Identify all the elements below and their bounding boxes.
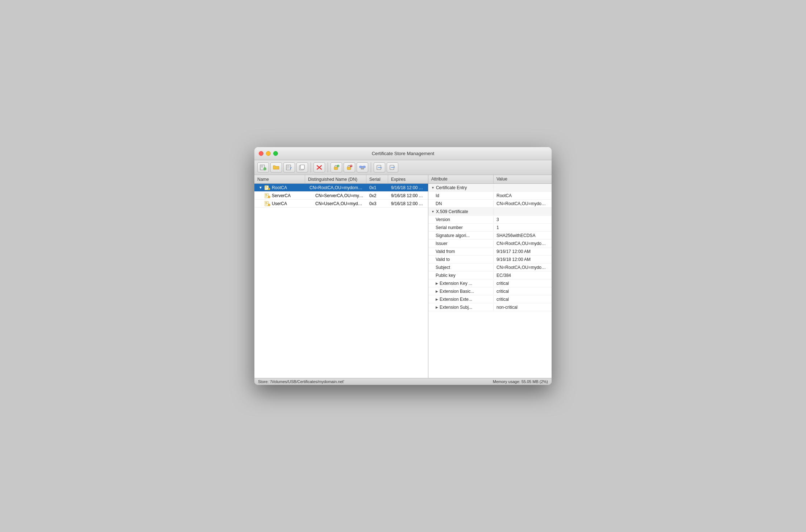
svg-rect-40 [265, 203, 268, 203]
attr-value-version: 3 [494, 216, 552, 223]
titlebar: Certificate Store Management [254, 147, 552, 160]
attr-row-dn: DN CN=RootCA,OU=mydomain.net,SE... [428, 200, 552, 208]
attr-value-id: RootCA [494, 192, 552, 199]
cert-icon-serverca [265, 193, 270, 198]
lock-remove-button[interactable]: − [344, 162, 355, 173]
close-button[interactable] [259, 151, 263, 156]
attr-value-ext-exte: critical [494, 296, 552, 303]
memory-usage: Memory usage: 55.05 MB (2%) [493, 379, 548, 384]
svg-rect-19 [360, 166, 362, 168]
cert-name-rootca-text: RootCA [272, 185, 287, 190]
svg-rect-13 [334, 167, 338, 170]
attr-row-ext-key[interactable]: ▶ Extension Key ... critical [428, 279, 552, 287]
attr-value-valid-to: 9/16/18 12:00 AM [494, 256, 552, 263]
svg-rect-35 [265, 195, 268, 195]
svg-rect-2 [261, 167, 263, 167]
attr-name-ext-exte: ▶ Extension Exte... [428, 296, 494, 303]
attr-value-sig-algo: SHA256withECDSA [494, 232, 552, 239]
cert-expires-serverca: 9/16/18 12:00 AM [388, 192, 428, 199]
lock-add-button[interactable]: + [331, 162, 342, 173]
cert-name-userca-text: UserCA [272, 201, 287, 206]
cert-row-userca[interactable]: UserCA CN=UserCA,OU=mydomain.net,SE... 0… [254, 200, 428, 208]
attr-name-ext-subj: ▶ Extension Subj... [428, 304, 494, 311]
cert-name-serverca: ServerCA [262, 192, 312, 199]
attr-row-pubkey: Public key EC/384 [428, 271, 552, 279]
attr-name-dn: DN [428, 200, 494, 207]
svg-rect-6 [287, 166, 289, 166]
lock-remove-icon: − [346, 165, 353, 170]
attr-value-dn: CN=RootCA,OU=mydomain.net,SE... [494, 200, 552, 207]
ext-key-triangle: ▶ [436, 282, 438, 285]
cert-name-serverca-text: ServerCA [272, 193, 291, 198]
attr-value-pubkey: EC/384 [494, 272, 552, 279]
cert-list-body: ▼ RootCA CN=RootCA,OU=mydomain.net,SE... [254, 184, 428, 378]
svg-rect-29 [265, 186, 267, 187]
attr-group-cert-entry[interactable]: ▼ Certificate Entry [428, 184, 552, 192]
attr-name-issuer: Issuer [428, 240, 494, 247]
cert-icon-rootca [265, 185, 270, 190]
window-title: Certificate Store Management [372, 151, 435, 156]
x509-triangle: ▼ [431, 210, 435, 213]
svg-rect-31 [265, 188, 267, 188]
attr-row-ext-basic[interactable]: ▶ Extension Basic... critical [428, 287, 552, 295]
cert-expires-rootca: 9/16/18 12:00 AM [388, 184, 428, 191]
attr-value-serial: 1 [494, 224, 552, 231]
add-cert-button[interactable]: + [257, 162, 269, 173]
import-button[interactable] [374, 162, 385, 173]
statusbar: Store: '/Volumes/USB/Certificates/mydoma… [254, 378, 552, 385]
attr-group-x509-name: ▼ X.509 Certificate [428, 208, 494, 215]
toolbar: + [254, 160, 552, 175]
col-header-name: Name [254, 175, 305, 183]
svg-text:+: + [264, 167, 266, 171]
attr-group-x509[interactable]: ▼ X.509 Certificate [428, 208, 552, 216]
attr-name-id: Id [428, 192, 494, 199]
attr-value-valid-from: 9/16/17 12:00 AM [494, 248, 552, 255]
cert-name-rootca: ▼ RootCA [256, 184, 307, 191]
cert-dn-userca: CN=UserCA,OU=mydomain.net,SE... [312, 200, 366, 207]
cert-dn-serverca: CN=ServerCA,OU=mydomain.net,S... [312, 192, 366, 199]
expand-triangle-rootca: ▼ [259, 186, 262, 190]
export-button[interactable] [387, 162, 398, 173]
attr-name-valid-from: Valid from [428, 248, 494, 255]
lock-add-icon: + [333, 165, 340, 170]
svg-text:−: − [350, 165, 352, 167]
svg-rect-1 [261, 166, 263, 166]
svg-text:+: + [337, 165, 339, 167]
minimize-button[interactable] [266, 151, 271, 156]
copy-button[interactable] [296, 162, 308, 173]
delete-button[interactable] [313, 162, 325, 173]
ext-subj-triangle: ▶ [436, 306, 438, 309]
svg-rect-34 [265, 194, 267, 195]
toolbar-separator-2 [328, 162, 328, 173]
attr-body: ▼ Certificate Entry Id RootCA DN CN=Root… [428, 184, 552, 378]
maximize-button[interactable] [273, 151, 278, 156]
edit-button[interactable] [283, 162, 295, 173]
cert-row-serverca[interactable]: ServerCA CN=ServerCA,OU=mydomain.net,S..… [254, 192, 428, 200]
edit-icon [286, 165, 292, 170]
attr-row-subject: Subject CN=RootCA,OU=mydomain.net,SE... [428, 263, 552, 271]
col-header-serial: Serial [366, 175, 388, 183]
attr-row-sig-algo: Signature algori... SHA256withECDSA [428, 232, 552, 240]
cert-dn-rootca: CN=RootCA,OU=mydomain.net,SE... [307, 184, 366, 191]
col-header-dn: Distinguished Name (DN) [305, 175, 366, 183]
attr-value-subject: CN=RootCA,OU=mydomain.net,SE... [494, 264, 552, 271]
ext-basic-triangle: ▶ [436, 290, 438, 293]
attr-row-ext-subj[interactable]: ▶ Extension Subj... non-critical [428, 303, 552, 311]
attr-name-ext-basic: ▶ Extension Basic... [428, 288, 494, 295]
attr-value-ext-key: critical [494, 280, 552, 287]
cert-icon-userca [265, 201, 270, 206]
cert-list-header: Name Distinguished Name (DN) Serial Expi… [254, 175, 428, 184]
toolbar-separator-3 [371, 162, 371, 173]
svg-point-37 [268, 196, 270, 198]
traffic-lights [259, 151, 278, 156]
cert-row-rootca[interactable]: ▼ RootCA CN=RootCA,OU=mydomain.net,SE... [254, 184, 428, 192]
svg-rect-41 [265, 204, 267, 204]
attr-row-ext-exte[interactable]: ▶ Extension Exte... critical [428, 295, 552, 303]
svg-rect-7 [287, 167, 290, 167]
attr-row-valid-from: Valid from 9/16/17 12:00 AM [428, 248, 552, 255]
connect-button[interactable] [357, 162, 368, 173]
svg-rect-20 [363, 166, 365, 168]
folder-button[interactable] [270, 162, 282, 173]
attr-name-subject: Subject [428, 264, 494, 271]
attr-group-x509-value [494, 211, 552, 212]
